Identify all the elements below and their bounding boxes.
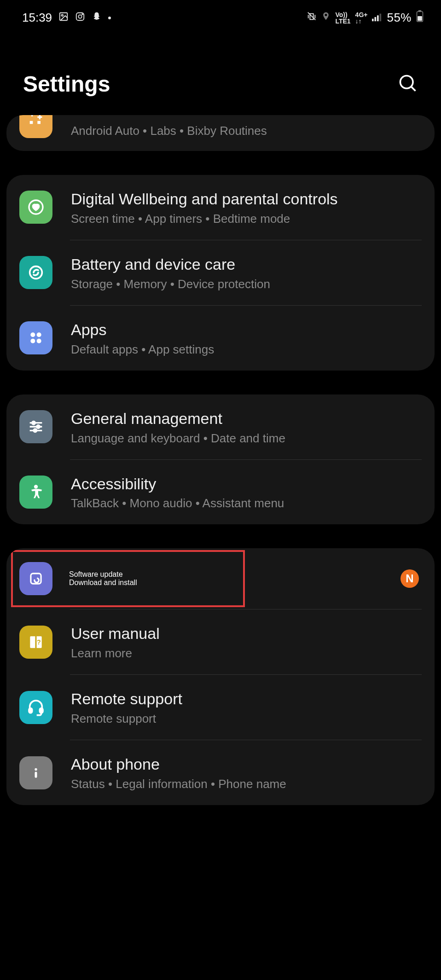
settings-item-subtitle: Screen time • App timers • Bedtime mode — [71, 212, 422, 226]
settings-item-advanced-features[interactable]: Android Auto • Labs • Bixby Routines — [6, 115, 435, 151]
settings-item-title: Accessibility — [71, 474, 422, 495]
svg-point-15 — [30, 267, 42, 279]
svg-point-19 — [37, 339, 41, 343]
settings-item-title: About phone — [71, 754, 422, 775]
gallery-icon — [58, 11, 69, 25]
settings-item-title: User manual — [71, 623, 422, 644]
settings-group-partial: Android Auto • Labs • Bixby Routines — [6, 115, 435, 151]
settings-item-title: General management — [71, 408, 422, 429]
svg-rect-5 — [372, 19, 374, 21]
page-header: Settings — [0, 30, 441, 115]
svg-point-1 — [61, 14, 63, 16]
svg-rect-29 — [29, 708, 32, 713]
settings-item-title: Battery and device care — [71, 254, 422, 275]
settings-item-subtitle: Learn more — [71, 646, 422, 661]
settings-item-apps[interactable]: Apps Default apps • App settings — [6, 306, 435, 371]
headset-icon — [19, 691, 52, 724]
settings-item-accessibility[interactable]: Accessibility TalkBack • Mono audio • As… — [6, 460, 435, 525]
settings-item-about-phone[interactable]: About phone Status • Legal information •… — [6, 740, 435, 805]
info-icon — [19, 756, 52, 789]
person-icon — [19, 476, 52, 509]
settings-item-title: Software update — [69, 570, 137, 579]
snapchat-icon — [92, 11, 102, 25]
svg-line-13 — [411, 87, 415, 91]
dot-icon — [108, 17, 111, 19]
notification-badge: N — [400, 569, 419, 588]
settings-item-subtitle: Download and install — [69, 579, 137, 587]
svg-point-33 — [35, 768, 37, 771]
signal-icon — [372, 11, 382, 25]
svg-point-25 — [34, 429, 37, 432]
settings-item-subtitle: Language and keyboard • Date and time — [71, 431, 422, 446]
settings-item-title: Remote support — [71, 689, 422, 710]
advanced-features-icon — [19, 115, 52, 138]
highlight-box: Software update Download and install — [11, 550, 245, 607]
settings-item-user-manual[interactable]: ? User manual Learn more — [6, 609, 435, 674]
svg-rect-11 — [418, 16, 422, 21]
svg-rect-7 — [377, 15, 379, 21]
grid-dots-icon — [19, 321, 52, 354]
settings-item-general-management[interactable]: General management Language and keyboard… — [6, 394, 435, 459]
instagram-icon — [75, 11, 85, 25]
svg-rect-10 — [418, 10, 422, 12]
svg-point-12 — [400, 76, 413, 89]
book-icon: ? — [19, 626, 52, 659]
svg-point-3 — [78, 15, 81, 18]
location-icon — [321, 11, 331, 25]
settings-item-subtitle: Remote support — [71, 712, 422, 726]
settings-item-digital-wellbeing[interactable]: Digital Wellbeing and parental controls … — [6, 175, 435, 240]
settings-item-subtitle: Default apps • App settings — [71, 342, 422, 357]
svg-text:?: ? — [37, 638, 41, 646]
svg-point-16 — [30, 333, 35, 337]
svg-rect-30 — [40, 708, 43, 713]
settings-group: Digital Wellbeing and parental controls … — [6, 175, 435, 371]
status-bar: 15:39 Vo))LTE1 4G+↓↑ 55% — [0, 0, 441, 30]
svg-point-26 — [34, 485, 38, 488]
settings-item-remote-support[interactable]: Remote support Remote support — [6, 675, 435, 740]
heart-circle-icon — [19, 191, 52, 224]
svg-point-17 — [37, 333, 41, 337]
svg-rect-6 — [375, 17, 377, 21]
vibrate-icon — [307, 11, 317, 25]
settings-item-subtitle: Storage • Memory • Device protection — [71, 277, 422, 291]
settings-item-battery-device-care[interactable]: Battery and device care Storage • Memory… — [6, 240, 435, 305]
battery-icon — [416, 10, 424, 25]
network-4g-icon: 4G+↓↑ — [355, 12, 368, 24]
svg-point-18 — [30, 339, 35, 343]
settings-item-title: Apps — [71, 319, 422, 341]
svg-point-23 — [37, 425, 40, 429]
settings-item-software-update[interactable]: Software update Download and install N — [6, 548, 435, 609]
battery-percent: 55% — [387, 11, 412, 25]
sliders-icon — [19, 410, 52, 443]
settings-group: Software update Download and install N ?… — [6, 548, 435, 805]
settings-item-subtitle: Status • Legal information • Phone name — [71, 777, 422, 791]
svg-point-21 — [32, 421, 35, 424]
update-icon — [19, 562, 52, 595]
refresh-circle-icon — [19, 256, 52, 289]
search-button[interactable] — [398, 73, 418, 95]
svg-rect-34 — [35, 771, 37, 777]
settings-group: General management Language and keyboard… — [6, 394, 435, 525]
settings-item-subtitle: Android Auto • Labs • Bixby Routines — [71, 124, 422, 138]
svg-point-4 — [82, 14, 83, 15]
settings-item-subtitle: TalkBack • Mono audio • Assistant menu — [71, 496, 422, 510]
page-title: Settings — [23, 71, 110, 97]
svg-rect-8 — [380, 14, 382, 21]
settings-item-title: Digital Wellbeing and parental controls — [71, 189, 422, 210]
volte-icon: Vo))LTE1 — [335, 12, 350, 24]
status-time: 15:39 — [22, 11, 52, 25]
search-icon — [398, 73, 418, 93]
